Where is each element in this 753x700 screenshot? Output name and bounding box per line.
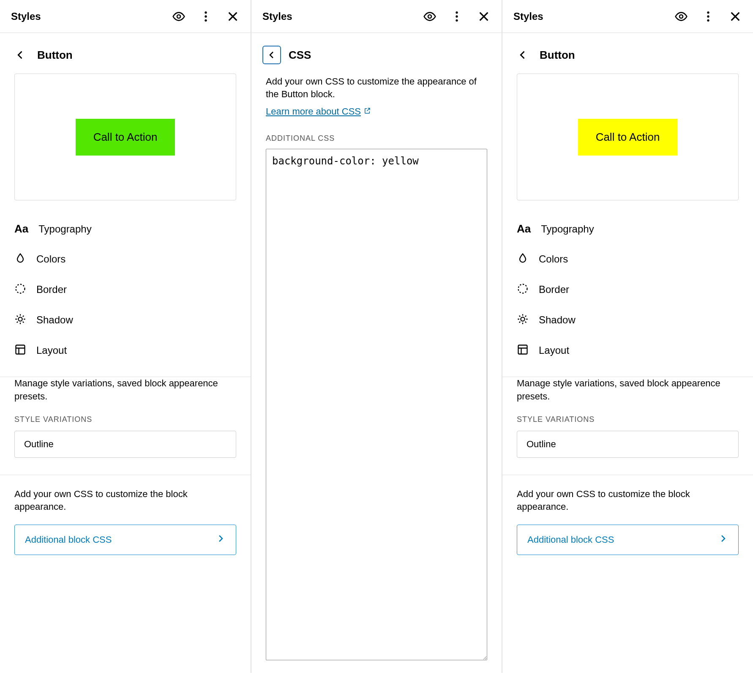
panel-title: Styles: [513, 11, 543, 22]
panel-header: Styles: [0, 0, 251, 33]
menu-shadow[interactable]: Shadow: [11, 305, 240, 335]
style-menu: Aa Typography Colors Border Shadow: [0, 200, 251, 366]
svg-point-1: [205, 11, 207, 14]
additional-block-css-button[interactable]: Additional block CSS: [14, 525, 236, 555]
variations-heading: STYLE VARIATIONS: [14, 415, 236, 424]
svg-point-16: [521, 317, 524, 321]
style-variations-section: Manage style variations, saved block app…: [0, 377, 251, 458]
border-icon: [14, 283, 26, 296]
svg-rect-17: [518, 345, 527, 354]
variations-description: Manage style variations, saved block app…: [14, 377, 236, 403]
typography-icon: Aa: [517, 222, 531, 235]
panel-header: Styles: [251, 0, 502, 33]
preview-icon[interactable]: [674, 10, 688, 23]
menu-border[interactable]: Border: [513, 274, 742, 305]
menu-colors[interactable]: Colors: [513, 244, 742, 274]
layout-icon: [14, 344, 26, 357]
menu-layout[interactable]: Layout: [11, 335, 240, 366]
page-title: CSS: [289, 49, 311, 62]
style-variations-section: Manage style variations, saved block app…: [502, 377, 753, 458]
svg-point-10: [456, 19, 458, 21]
panel-title: Styles: [262, 11, 292, 22]
back-button[interactable]: [513, 46, 532, 64]
panel-title: Styles: [11, 11, 41, 22]
additional-css-section: Add your own CSS to customize the block …: [0, 475, 251, 568]
cta-button-preview: Call to Action: [578, 119, 678, 156]
menu-border[interactable]: Border: [11, 274, 240, 305]
svg-point-13: [707, 15, 709, 17]
css-panel-description: Add your own CSS to customize the appear…: [251, 74, 502, 106]
svg-point-5: [18, 317, 22, 321]
additional-block-css-button[interactable]: Additional block CSS: [517, 525, 739, 555]
menu-typography[interactable]: Aa Typography: [513, 214, 742, 244]
additional-css-button-label: Additional block CSS: [25, 534, 112, 545]
svg-point-2: [205, 15, 207, 17]
additional-css-button-label: Additional block CSS: [527, 534, 614, 545]
back-button[interactable]: [11, 46, 30, 64]
svg-point-3: [205, 19, 207, 21]
learn-more-link[interactable]: Learn more about CSS: [251, 106, 502, 125]
external-link-icon: [363, 106, 371, 117]
layout-icon: [517, 344, 529, 357]
svg-point-12: [707, 11, 709, 14]
drop-icon: [14, 252, 26, 266]
menu-colors[interactable]: Colors: [11, 244, 240, 274]
typography-icon: Aa: [14, 222, 28, 235]
svg-point-9: [456, 15, 458, 17]
shadow-icon: [14, 313, 26, 327]
breadcrumb: Button: [502, 33, 753, 74]
additional-css-section: Add your own CSS to customize the block …: [502, 475, 753, 568]
variation-outline[interactable]: Outline: [14, 431, 236, 458]
close-icon[interactable]: [226, 10, 240, 23]
back-button[interactable]: [262, 46, 281, 64]
close-icon[interactable]: [728, 10, 742, 23]
drop-icon: [517, 252, 529, 266]
breadcrumb: CSS: [251, 33, 502, 74]
menu-layout[interactable]: Layout: [513, 335, 742, 366]
svg-point-4: [16, 284, 25, 293]
menu-shadow[interactable]: Shadow: [513, 305, 742, 335]
svg-point-0: [177, 15, 180, 18]
border-icon: [517, 283, 529, 296]
panel-header-actions: [674, 10, 742, 23]
chevron-right-icon: [216, 533, 226, 546]
variations-description: Manage style variations, saved block app…: [517, 377, 739, 403]
panel-header-actions: [172, 10, 240, 23]
close-icon[interactable]: [477, 10, 491, 23]
preview-icon[interactable]: [423, 10, 437, 23]
svg-point-11: [679, 15, 683, 18]
learn-more-label: Learn more about CSS: [266, 106, 361, 117]
kebab-menu-icon[interactable]: [701, 10, 715, 23]
styles-panel-after: Styles Button Call to Action: [502, 0, 753, 673]
kebab-menu-icon[interactable]: [199, 10, 213, 23]
panel-header-actions: [423, 10, 491, 23]
shadow-icon: [517, 313, 529, 327]
svg-rect-6: [16, 345, 25, 354]
styles-panel-before: Styles Button Call to Action: [0, 0, 251, 673]
svg-point-15: [518, 284, 527, 293]
menu-typography[interactable]: Aa Typography: [11, 214, 240, 244]
button-preview: Call to Action: [517, 74, 739, 200]
cta-button-preview: Call to Action: [76, 119, 175, 156]
svg-point-7: [428, 15, 431, 18]
styles-panel-css: Styles CSS Add your own CSS to customize…: [251, 0, 502, 673]
chevron-right-icon: [718, 533, 728, 546]
panel-header: Styles: [502, 0, 753, 33]
variation-outline[interactable]: Outline: [517, 431, 739, 458]
kebab-menu-icon[interactable]: [450, 10, 464, 23]
additional-css-label: ADDITIONAL CSS: [251, 125, 502, 149]
preview-icon[interactable]: [172, 10, 186, 23]
page-title: Button: [37, 49, 73, 62]
breadcrumb: Button: [0, 33, 251, 74]
variations-heading: STYLE VARIATIONS: [517, 415, 739, 424]
svg-point-8: [456, 11, 458, 14]
css-description: Add your own CSS to customize the block …: [517, 488, 739, 514]
additional-css-textarea[interactable]: [266, 149, 487, 660]
style-menu: Aa Typography Colors Border Shadow: [502, 200, 753, 366]
page-title: Button: [540, 49, 575, 62]
button-preview: Call to Action: [14, 74, 236, 200]
svg-point-14: [707, 19, 709, 21]
css-description: Add your own CSS to customize the block …: [14, 488, 236, 514]
